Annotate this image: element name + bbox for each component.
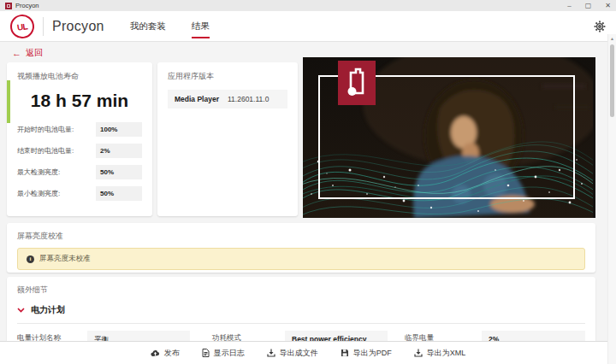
publish-button[interactable]: 发布 [151,348,180,359]
battery-card-title: 视频播放电池寿命 [17,71,142,82]
stat-value: 50% [96,165,142,179]
nav-item-results[interactable]: 结果 [192,11,210,41]
titlebar-app-name: Procyon [15,2,39,9]
scroll-up-arrow[interactable]: ▲ [608,34,616,43]
result-accent-bar [7,80,10,123]
maximize-button[interactable]: ▢ [585,0,592,11]
nav-item-my-suites[interactable]: 我的套装 [130,11,166,41]
button-label: 导出为XML [427,348,466,359]
stat-value: 2% [96,144,142,158]
version-card-title: 应用程序版本 [168,71,287,82]
result-hero-image [303,57,595,218]
vertical-scrollbar: ▲ [607,34,616,364]
results-content: 视频播放电池寿命 18 h 57 min 开始时的电池电量: 100% 结束时的… [0,61,616,364]
stat-row-min-brightness: 最小检测亮度: 50% [17,186,142,201]
export-footer: 发布 显示日志 导出成文件 导出为PDF [0,341,616,364]
stat-row-max-brightness: 最大检测亮度: 50% [17,165,142,179]
stat-label: 最小检测亮度: [17,189,60,198]
os-titlebar: Procyon – ▢ ✕ [0,0,616,11]
export-file-button[interactable]: 导出成文件 [267,348,318,359]
brightness-calibration-card: 屏幕亮度校准 i 屏幕亮度未校准 [7,223,595,273]
brightness-card-title: 屏幕亮度校准 [17,231,585,242]
download-icon [267,349,275,357]
app-version-card: 应用程序版本 Media Player 11.2601.11.0 [157,62,298,216]
cloud-upload-icon [151,349,160,357]
chevron-down-icon [17,308,25,313]
calibration-warning-banner: i 屏幕亮度未校准 [17,248,585,270]
ul-logo: UL [9,13,36,40]
gear-icon[interactable] [594,21,606,32]
battery-life-result: 18 h 57 min [17,91,142,111]
close-button[interactable]: ✕ [605,0,611,11]
version-row: Media Player 11.2601.11.0 [168,90,287,109]
export-xml-button[interactable]: 导出为XML [414,348,466,359]
battery-benchmark-badge [338,61,376,105]
power-plan-section-toggle[interactable]: 电力计划 [17,304,585,324]
details-card-title: 额外细节 [17,285,585,296]
stat-label: 结束时的电池电量: [17,146,74,156]
stat-label: 开始时的电池电量: [17,125,74,134]
app-name: Media Player [175,95,228,103]
brand-name: Procyon [52,19,104,34]
stat-row-charge-end: 结束时的电池电量: 2% [17,144,142,158]
app-icon [5,3,12,9]
button-label: 导出为PDF [353,348,392,359]
log-file-icon [202,349,210,357]
back-label: 返回 [26,47,43,59]
info-icon: i [27,255,34,263]
power-plan-section-label: 电力计划 [31,304,65,316]
button-label: 显示日志 [214,348,245,359]
scrollbar-thumb[interactable] [610,44,615,117]
button-label: 发布 [164,348,180,359]
button-label: 导出成文件 [280,348,318,359]
show-log-button[interactable]: 显示日志 [202,348,245,359]
brand-divider [43,17,44,36]
export-pdf-button[interactable]: 导出为PDF [341,348,392,359]
download-icon [414,349,423,357]
app-header: UL Procyon 我的套装 结果 [0,11,616,42]
stat-value: 50% [96,186,142,201]
battery-icon [344,66,370,100]
minimize-button[interactable]: – [567,0,571,11]
back-arrow-icon: ← [12,48,21,58]
app-version-number: 11.2601.11.0 [228,95,269,103]
save-icon [341,349,349,357]
main-nav: 我的套装 结果 [130,11,210,41]
procyon-app-window: Procyon – ▢ ✕ UL Procyon 我的套装 结果 [0,0,616,364]
warning-text: 屏幕亮度未校准 [39,254,91,264]
stat-value: 100% [96,122,142,137]
stat-row-charge-start: 开始时的电池电量: 100% [17,122,142,137]
battery-life-card: 视频播放电池寿命 18 h 57 min 开始时的电池电量: 100% 结束时的… [7,62,152,216]
stat-label: 最大检测亮度: [17,167,60,177]
